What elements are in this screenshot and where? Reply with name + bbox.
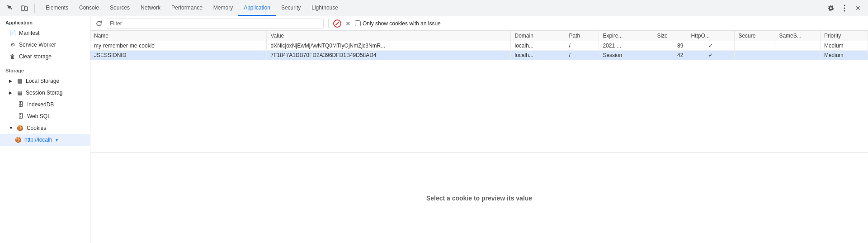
tab-list: Elements Console Sources Network Perform… [40, 0, 825, 16]
tab-network[interactable]: Network [135, 0, 166, 16]
localhost-cookie-icon: 🍪 [14, 136, 22, 143]
cookie-toolbar: ✕ Only show cookies with an issue [90, 16, 868, 31]
divider [34, 4, 35, 13]
tab-performance[interactable]: Performance [166, 0, 208, 16]
cell-httponly: ✓ [687, 51, 735, 60]
svg-point-2 [844, 5, 845, 6]
sidebar-item-local-storage[interactable]: ▶ ▦ Local Storage [0, 75, 90, 87]
expand-icon: ▶ [9, 79, 12, 83]
sidebar-item-session-storage[interactable]: ▶ ▦ Session Storag [0, 87, 90, 99]
tab-elements[interactable]: Elements [40, 0, 74, 16]
table-header: Name Value Domain Path Expire... Size Ht… [90, 31, 868, 41]
table-row[interactable]: JSESSIONID7F1847A1DB70FD2A396DFD1B49D58A… [90, 51, 868, 60]
storage-section-title: Storage [0, 66, 90, 75]
session-storage-icon: ▦ [16, 89, 23, 96]
clear-filter-button[interactable]: ✕ [344, 19, 352, 28]
web-sql-icon: 🗄 [17, 113, 24, 120]
cell-domain: localh... [511, 51, 565, 60]
col-header-path[interactable]: Path [565, 31, 599, 41]
filter-input[interactable] [110, 19, 321, 29]
cookie-table-container[interactable]: Name Value Domain Path Expire... Size Ht… [90, 31, 868, 152]
table-row[interactable]: my-remember-me-cookiedXNlcjoxNjEwMjAwNTQ… [90, 41, 868, 51]
sidebar-item-cookies[interactable]: ▼ 🍪 Cookies [0, 122, 90, 134]
manifest-icon: 📄 [9, 29, 16, 37]
col-header-domain[interactable]: Domain [511, 31, 565, 41]
settings-icon[interactable] [825, 2, 837, 14]
sidebar-item-clear-storage[interactable]: 🗑 Clear storage [0, 51, 90, 62]
cell-samesite [775, 51, 821, 60]
sidebar-item-service-worker[interactable]: ⚙ Service Worker [0, 39, 90, 51]
col-header-expires[interactable]: Expire... [599, 31, 653, 41]
cookie-table: Name Value Domain Path Expire... Size Ht… [90, 31, 868, 60]
cell-expires: 2021-... [599, 41, 653, 51]
cell-value: dXNlcjoxNjEwMjAwNTQ0MTIyOjNmZjc3NmR... [267, 41, 511, 51]
cell-priority: Medium [820, 51, 868, 60]
expand-icon: ▶ [9, 91, 12, 95]
more-icon[interactable] [838, 2, 851, 14]
filter-container [107, 19, 324, 29]
preview-message: Select a cookie to preview its value [426, 195, 532, 202]
cell-samesite [775, 41, 821, 51]
tab-security[interactable]: Security [276, 0, 306, 16]
cell-secure [735, 41, 775, 51]
only-issues-label[interactable]: Only show cookies with an issue [355, 20, 441, 27]
app-section-title: Application [0, 16, 90, 27]
sidebar-item-indexeddb[interactable]: 🗄 IndexedDB [0, 99, 90, 110]
col-header-size[interactable]: Size [653, 31, 687, 41]
svg-rect-1 [25, 7, 28, 10]
cell-path: / [565, 41, 599, 51]
main-layout: Application 📄 Manifest ⚙ Service Worker … [0, 16, 868, 243]
col-header-value[interactable]: Value [267, 31, 511, 41]
cookies-icon: 🍪 [17, 124, 24, 132]
tab-sources[interactable]: Sources [104, 0, 135, 16]
expand-icon: ▼ [9, 126, 13, 130]
tab-lighthouse[interactable]: Lighthouse [306, 0, 344, 16]
col-header-name[interactable]: Name [90, 31, 267, 41]
only-issues-checkbox[interactable] [355, 20, 361, 26]
tab-memory[interactable]: Memory [208, 0, 238, 16]
tab-console[interactable]: Console [74, 0, 104, 16]
close-icon[interactable]: ✕ [852, 2, 864, 14]
devtools-icons [4, 2, 37, 14]
col-header-samesite[interactable]: SameS... [775, 31, 821, 41]
cell-httponly: ✓ [687, 41, 735, 51]
sidebar-item-localhost-cookie[interactable]: 🍪 http://localh ▾ [0, 134, 90, 146]
inspect-icon[interactable] [4, 2, 16, 14]
no-issues-icon[interactable] [333, 19, 341, 28]
cell-expires: Session [599, 51, 653, 60]
cell-domain: localh... [511, 41, 565, 51]
clear-storage-icon: 🗑 [9, 53, 16, 60]
cell-size: 89 [653, 41, 687, 51]
col-header-priority[interactable]: Priority [820, 31, 868, 41]
local-storage-icon: ▦ [16, 77, 23, 85]
cell-secure [735, 51, 775, 60]
tab-application[interactable]: Application [238, 0, 276, 16]
sidebar-item-web-sql[interactable]: 🗄 Web SQL [0, 110, 90, 122]
sidebar: Application 📄 Manifest ⚙ Service Worker … [0, 16, 90, 243]
cell-path: / [565, 51, 599, 60]
top-right-icons: ✕ [825, 2, 864, 14]
indexeddb-icon: 🗄 [17, 101, 24, 108]
svg-rect-0 [21, 6, 24, 10]
table-body: my-remember-me-cookiedXNlcjoxNjEwMjAwNTQ… [90, 41, 868, 60]
device-icon[interactable] [18, 2, 31, 14]
cell-name: JSESSIONID [90, 51, 267, 60]
service-worker-icon: ⚙ [9, 41, 16, 48]
cell-size: 42 [653, 51, 687, 60]
refresh-button[interactable] [94, 19, 104, 29]
col-header-secure[interactable]: Secure [735, 31, 775, 41]
svg-point-3 [844, 7, 845, 9]
sidebar-item-manifest[interactable]: 📄 Manifest [0, 27, 90, 39]
col-header-httponly[interactable]: HttpO... [687, 31, 735, 41]
svg-point-4 [844, 10, 845, 11]
top-bar: Elements Console Sources Network Perform… [0, 0, 868, 16]
chevron-down-icon: ▾ [56, 138, 58, 143]
cell-name: my-remember-me-cookie [90, 41, 267, 51]
cell-priority: Medium [820, 41, 868, 51]
cookie-preview-area: Select a cookie to preview its value [90, 152, 868, 243]
toolbar-separator [328, 19, 329, 28]
cell-value: 7F1847A1DB70FD2A396DFD1B49D58AD4 [267, 51, 511, 60]
content-area: ✕ Only show cookies with an issue Name V… [90, 16, 868, 243]
